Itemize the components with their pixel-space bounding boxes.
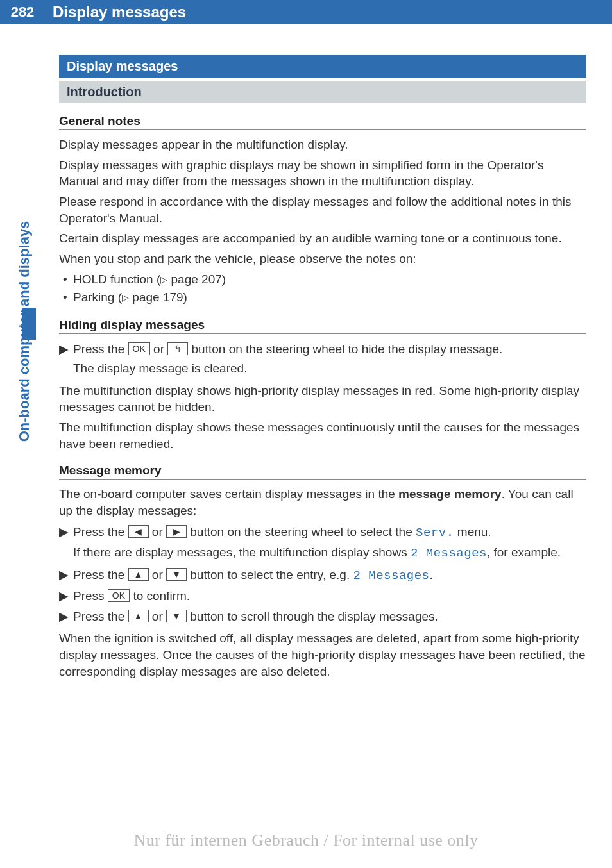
side-tab: On-board computer and displays (13, 58, 36, 340)
paragraph: Display messages appear in the multifunc… (59, 137, 586, 153)
ok-key-icon: OK (128, 342, 150, 355)
text: . (430, 568, 433, 581)
text: button to scroll through the display mes… (190, 610, 438, 623)
text: or (152, 525, 166, 538)
text: If there are display messages, the multi… (73, 546, 411, 559)
step-item: ▶ Press the OK or ↰ button on the steeri… (59, 340, 586, 358)
text: button on the steering wheel to hide the… (192, 342, 503, 356)
text: menu. (454, 525, 491, 538)
display-text: Serv. (416, 526, 454, 540)
paragraph: Certain display messages are accompanied… (59, 230, 586, 247)
step-arrow-icon: ▶ (59, 608, 73, 626)
display-text: 2 Messages (353, 569, 430, 583)
text: The on-board computer saves certain disp… (59, 487, 398, 501)
text: or (153, 342, 167, 356)
text: button to select the entry, e.g. (190, 568, 353, 581)
bullet-list: • HOLD function (▷ page 207) • Parking (… (63, 271, 586, 306)
step-list: ▶ Press the OK or ↰ button on the steeri… (59, 340, 586, 378)
section-heading-primary: Display messages (59, 55, 586, 78)
down-key-icon: ▼ (166, 568, 187, 581)
reference-icon: ▷ (160, 274, 167, 285)
step-arrow-icon: ▶ (59, 523, 73, 542)
paragraph: Display messages with graphic displays m… (59, 157, 586, 190)
paragraph: Please respond in accordance with the di… (59, 194, 586, 226)
text: or (152, 610, 166, 623)
paragraph: When you stop and park the vehicle, plea… (59, 251, 586, 267)
step-arrow-icon: ▶ (59, 340, 73, 358)
paragraph: The multifunction display shows these me… (59, 419, 586, 452)
bullet-icon: • (63, 271, 73, 288)
text: Parking ( (73, 290, 122, 304)
text: Press the (73, 610, 128, 623)
paragraph: The on-board computer saves certain disp… (59, 486, 586, 519)
step-list: ▶ Press the ◀ or ▶ button on the steerin… (59, 523, 586, 626)
watermark-text: Nur für internen Gebrauch / For internal… (0, 831, 612, 850)
text: Press the (73, 342, 128, 356)
text: Press (73, 589, 108, 603)
step-item: ▶ Press the ▲ or ▼ button to select the … (59, 566, 586, 585)
list-item: • HOLD function (▷ page 207) (63, 271, 586, 288)
up-key-icon: ▲ (128, 568, 149, 581)
up-key-icon: ▲ (128, 610, 149, 622)
step-item: ▶ Press the ▲ or ▼ button to scroll thro… (59, 608, 586, 626)
paragraph: The multifunction display shows high-pri… (59, 383, 586, 415)
step-item: ▶ Press OK to confirm. (59, 587, 586, 605)
ok-key-icon: OK (108, 589, 130, 602)
page-header: 282 Display messages (0, 0, 612, 24)
text: to confirm. (133, 589, 190, 603)
subheading-general-notes: General notes (59, 114, 586, 130)
text: button on the steering wheel to select t… (190, 525, 416, 538)
step-arrow-icon: ▶ (59, 566, 73, 585)
left-key-icon: ◀ (128, 525, 149, 538)
back-key-icon: ↰ (167, 342, 188, 355)
reference-icon: ▷ (122, 292, 129, 303)
down-key-icon: ▼ (166, 610, 187, 622)
text: Press the (73, 568, 128, 581)
text: , for example. (487, 546, 561, 559)
step-note: The display message is cleared. (73, 360, 586, 378)
text: or (152, 568, 166, 581)
text: page 207) (167, 272, 226, 286)
section-heading-secondary: Introduction (59, 81, 586, 103)
text: HOLD function ( (73, 272, 160, 286)
list-item: • Parking (▷ page 179) (63, 288, 586, 306)
subheading-hiding: Hiding display messages (59, 318, 586, 334)
bullet-icon: • (63, 288, 73, 306)
text: Press the (73, 525, 128, 538)
right-key-icon: ▶ (166, 525, 187, 538)
bold-text: message memory (398, 487, 502, 501)
display-text: 2 Messages (411, 546, 487, 560)
step-arrow-icon: ▶ (59, 587, 73, 605)
text: page 179) (129, 290, 187, 304)
page-number: 282 (0, 0, 45, 24)
paragraph: When the ignition is switched off, all d… (59, 630, 586, 680)
page-title: Display messages (45, 0, 612, 24)
content-area: Display messages Introduction General no… (59, 55, 586, 683)
step-item: ▶ Press the ◀ or ▶ button on the steerin… (59, 523, 586, 542)
step-note: If there are display messages, the multi… (73, 544, 586, 562)
subheading-memory: Message memory (59, 463, 586, 480)
side-tab-indicator (22, 308, 36, 340)
